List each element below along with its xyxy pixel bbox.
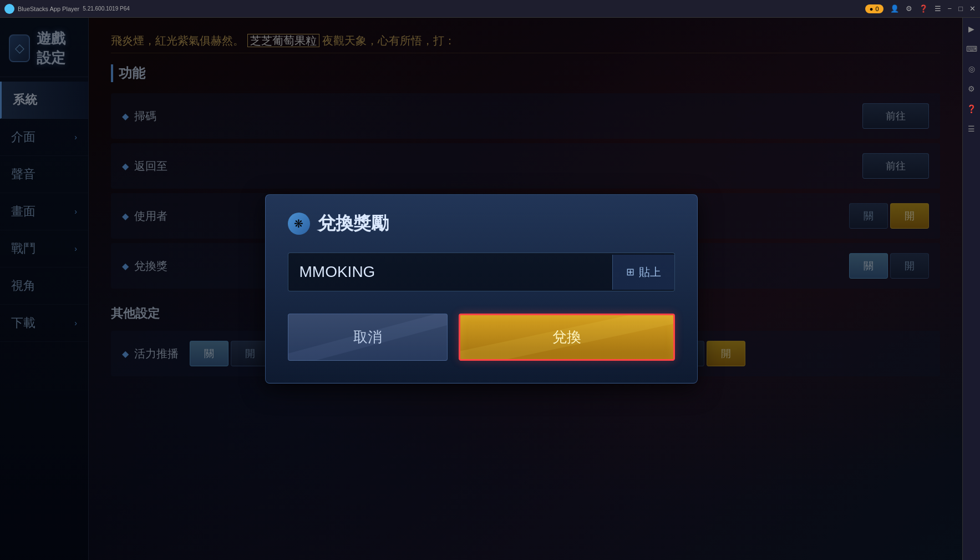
coin-icon: ● <box>870 6 874 12</box>
settings-icon[interactable]: ⚙ <box>906 4 912 13</box>
maximize-button[interactable]: □ <box>958 4 963 13</box>
close-button[interactable]: ✕ <box>969 4 976 13</box>
title-bar: BlueStacks App Player 5.21.600.1019 P64 … <box>0 0 980 18</box>
game-area: ◇ 遊戲設定 系統 介面 › 聲音 畫面 › 戰鬥 › <box>0 18 962 560</box>
help-icon[interactable]: ❓ <box>919 4 928 13</box>
sidebar-tool-4[interactable]: ⚙ <box>965 82 978 95</box>
code-input-field[interactable] <box>288 253 612 291</box>
coin-badge: ● 0 <box>865 4 883 13</box>
reward-dialog: ❋ 兌換獎勵 ⊞ 貼上 取消 兌換 <box>265 194 698 384</box>
menu-icon[interactable]: ☰ <box>935 4 941 13</box>
version-text: 5.21.600.1019 P64 <box>83 6 130 12</box>
paste-icon: ⊞ <box>626 266 634 278</box>
sidebar-tool-1[interactable]: ▶ <box>965 22 978 36</box>
paste-label: 貼上 <box>639 265 661 280</box>
user-icon[interactable]: 👤 <box>890 4 899 13</box>
right-sidebar: ▶ ⌨ ◎ ⚙ ❓ ☰ <box>962 18 980 560</box>
exchange-button[interactable]: 兌換 <box>459 314 675 361</box>
bluestacks-logo <box>4 4 14 14</box>
paste-button[interactable]: ⊞ 貼上 <box>612 255 674 290</box>
dialog-icon: ❋ <box>288 213 310 235</box>
minimize-button[interactable]: − <box>948 4 952 13</box>
window-controls: ● 0 👤 ⚙ ❓ ☰ − □ ✕ <box>865 4 976 13</box>
flower-icon: ❋ <box>294 217 303 230</box>
code-input-area: ⊞ 貼上 <box>288 253 675 291</box>
sidebar-tool-3[interactable]: ◎ <box>965 62 978 75</box>
sidebar-tool-2[interactable]: ⌨ <box>965 42 978 56</box>
dialog-header: ❋ 兌換獎勵 <box>288 211 675 236</box>
sidebar-tool-6[interactable]: ☰ <box>965 122 978 135</box>
coin-count: 0 <box>875 6 879 12</box>
cancel-button[interactable]: 取消 <box>288 314 448 361</box>
app-name: BlueStacks App Player <box>18 6 79 12</box>
dialog-title: 兌換獎勵 <box>318 211 389 236</box>
modal-overlay[interactable]: ❋ 兌換獎勵 ⊞ 貼上 取消 兌換 <box>0 18 962 560</box>
dialog-buttons: 取消 兌換 <box>288 314 675 361</box>
sidebar-tool-5[interactable]: ❓ <box>965 102 978 115</box>
